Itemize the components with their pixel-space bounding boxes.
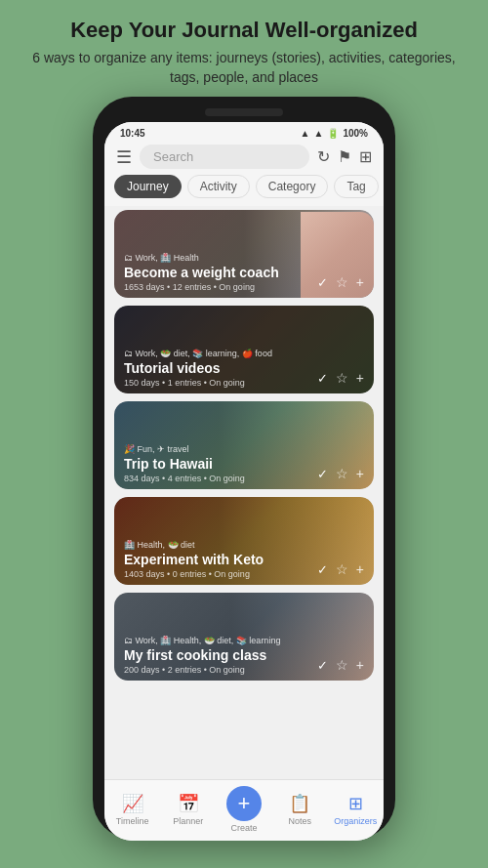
card-content-3: 🎉 Fun, ✈ travel Trip to Hawaii 834 days …: [114, 438, 374, 489]
flag-icon[interactable]: ⚑: [338, 147, 351, 166]
wifi-icon: ▲: [314, 128, 324, 139]
card-tags-3: 🎉 Fun, ✈ travel: [124, 444, 364, 454]
phone-frame: 10:45 ▲ ▲ 🔋 100% ☰ Search ↻ ⚑ ⊞ Journey …: [93, 97, 395, 839]
card-keto[interactable]: 🏥 Health, 🥗 diet Experiment with Keto 14…: [114, 497, 374, 585]
checkmark-icon-2[interactable]: ✓: [317, 371, 328, 386]
battery-level: 100%: [343, 128, 368, 139]
battery-icon: 🔋: [327, 128, 339, 139]
phone-screen: 10:45 ▲ ▲ 🔋 100% ☰ Search ↻ ⚑ ⊞ Journey …: [104, 122, 384, 841]
refresh-icon[interactable]: ↻: [317, 147, 330, 166]
add-icon-3[interactable]: +: [356, 466, 364, 481]
search-placeholder: Search: [153, 149, 193, 164]
nav-timeline-label: Timeline: [116, 816, 149, 826]
card-content-5: 🗂 Work, 🏥 Health, 🥗 diet, 📚 learning My …: [114, 630, 374, 681]
nav-organizers[interactable]: ⊞ Organizers: [331, 793, 380, 826]
phone-notch: [205, 108, 283, 116]
nav-create[interactable]: + Create: [220, 786, 268, 833]
nav-create-label: Create: [230, 823, 257, 833]
star-icon-3[interactable]: ☆: [336, 466, 348, 481]
signal-icon: ▲: [301, 128, 310, 139]
star-icon-5[interactable]: ☆: [336, 657, 348, 673]
card-tags-2: 🗂 Work, 🥗 diet, 📚 learning, 🍎 food: [124, 349, 364, 358]
card-actions-1: ✓ ☆ +: [317, 274, 364, 290]
add-icon-4[interactable]: +: [356, 561, 364, 577]
page-header: Keep Your Journal Well-organized 6 ways …: [0, 0, 488, 97]
notes-icon: 📋: [289, 793, 310, 814]
card-actions-4: ✓ ☆ +: [317, 561, 364, 577]
card-content-1: 🗂 Work, 🏥 Health Become a weight coach 1…: [114, 247, 374, 298]
nav-timeline[interactable]: 📈 Timeline: [108, 793, 157, 826]
organizers-icon: ⊞: [348, 793, 363, 814]
card-tags-1: 🗂 Work, 🏥 Health: [124, 253, 364, 263]
status-icons: ▲ ▲ 🔋 100%: [301, 128, 368, 139]
card-content-2: 🗂 Work, 🥗 diet, 📚 learning, 🍎 food Tutor…: [114, 343, 374, 393]
card-weight-coach[interactable]: 🗂 Work, 🏥 Health Become a weight coach 1…: [114, 210, 374, 298]
menu-icon[interactable]: ☰: [116, 146, 132, 168]
cards-container: 🗂 Work, 🏥 Health Become a weight coach 1…: [104, 206, 384, 779]
add-icon-2[interactable]: +: [356, 370, 364, 386]
create-button[interactable]: +: [226, 786, 262, 821]
page-title: Keep Your Journal Well-organized: [20, 18, 468, 43]
add-icon-5[interactable]: +: [356, 657, 364, 673]
calendar-grid-icon[interactable]: ⊞: [359, 147, 372, 166]
status-time: 10:45: [120, 128, 145, 139]
card-content-4: 🏥 Health, 🥗 diet Experiment with Keto 14…: [114, 534, 374, 585]
nav-planner[interactable]: 📅 Planner: [164, 793, 213, 826]
top-actions: ↻ ⚑ ⊞: [317, 147, 372, 166]
checkmark-icon-1[interactable]: ✓: [317, 275, 328, 290]
nav-notes-label: Notes: [288, 816, 311, 826]
star-icon-1[interactable]: ☆: [336, 274, 348, 290]
planner-icon: 📅: [178, 793, 199, 814]
bottom-nav: 📈 Timeline 📅 Planner + Create 📋 Notes ⊞ …: [104, 779, 384, 841]
checkmark-icon-5[interactable]: ✓: [317, 658, 328, 673]
card-cooking[interactable]: 🗂 Work, 🏥 Health, 🥗 diet, 📚 learning My …: [114, 593, 374, 681]
tab-journey[interactable]: Journey: [114, 175, 182, 198]
card-actions-3: ✓ ☆ +: [317, 466, 364, 481]
card-hawaii[interactable]: 🎉 Fun, ✈ travel Trip to Hawaii 834 days …: [114, 401, 374, 489]
tab-activity[interactable]: Activity: [187, 175, 250, 198]
timeline-icon: 📈: [122, 793, 143, 814]
card-tutorial-videos[interactable]: 🗂 Work, 🥗 diet, 📚 learning, 🍎 food Tutor…: [114, 306, 374, 393]
tab-tag[interactable]: Tag: [334, 175, 378, 198]
star-icon-4[interactable]: ☆: [336, 561, 348, 577]
card-tags-4: 🏥 Health, 🥗 diet: [124, 540, 364, 550]
search-box[interactable]: Search: [140, 145, 309, 169]
nav-notes[interactable]: 📋 Notes: [275, 793, 324, 826]
card-actions-2: ✓ ☆ +: [317, 370, 364, 386]
add-icon-1[interactable]: +: [356, 274, 364, 290]
checkmark-icon-3[interactable]: ✓: [317, 467, 328, 481]
tab-category[interactable]: Category: [256, 175, 329, 198]
top-bar: ☰ Search ↻ ⚑ ⊞: [104, 141, 384, 175]
checkmark-icon-4[interactable]: ✓: [317, 562, 328, 577]
filter-tabs: Journey Activity Category Tag Pers: [104, 175, 384, 206]
card-tags-5: 🗂 Work, 🏥 Health, 🥗 diet, 📚 learning: [124, 636, 364, 645]
star-icon-2[interactable]: ☆: [336, 370, 348, 386]
page-subtitle: 6 ways to organize any items: journeys (…: [20, 49, 468, 87]
status-bar: 10:45 ▲ ▲ 🔋 100%: [104, 122, 384, 141]
nav-planner-label: Planner: [173, 816, 203, 826]
card-actions-5: ✓ ☆ +: [317, 657, 364, 673]
nav-organizers-label: Organizers: [334, 816, 377, 826]
